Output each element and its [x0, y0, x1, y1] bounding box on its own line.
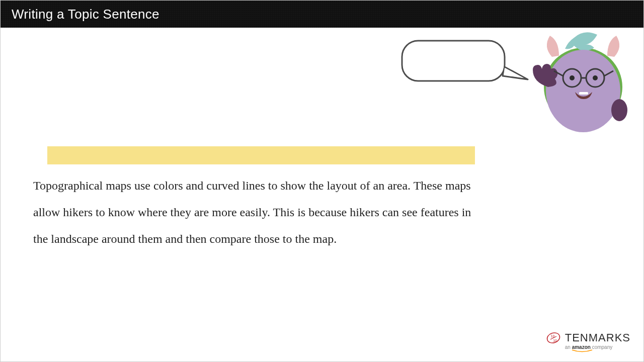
mascot-area: [397, 32, 628, 122]
speech-bubble: [402, 41, 528, 81]
mascot-horn-left: [547, 36, 559, 57]
mascot-hair: [565, 32, 597, 51]
page-title: Writing a Topic Sentence: [12, 7, 159, 22]
body-paragraph: Topographical maps use colors and curved…: [33, 172, 486, 252]
logo-text: TENMARKS: [565, 331, 630, 344]
mascot-eye-right: [593, 75, 598, 80]
mascot-body: [546, 50, 620, 132]
svg-text:10: 10: [553, 339, 557, 342]
mascot-arm-right: [611, 99, 627, 121]
logo-subline: an amazon company: [565, 344, 630, 352]
header-bar: Writing a Topic Sentence: [1, 1, 643, 28]
mascot-horn-right: [607, 36, 619, 57]
mascot-illustration: [397, 32, 628, 132]
brand-logo: 10 10 TENMARKS an amazon company: [546, 330, 630, 352]
svg-rect-0: [402, 41, 505, 81]
content-area: Topographical maps use colors and curved…: [33, 146, 486, 252]
mascot-eye-left: [570, 75, 575, 80]
mascot-teeth: [579, 92, 588, 95]
logo-mark-icon: 10 10: [546, 330, 561, 345]
topic-sentence-highlight: [47, 146, 475, 164]
